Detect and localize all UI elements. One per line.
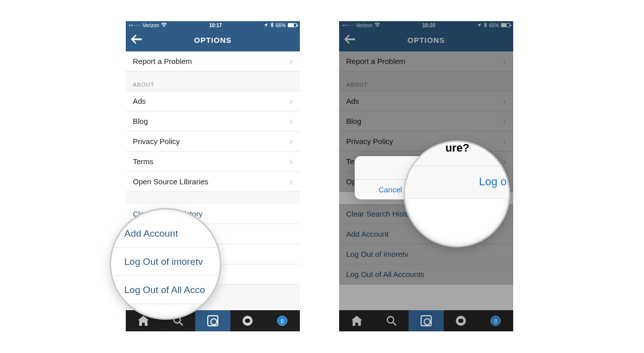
row-label: Open Source Libraries [133,177,208,186]
chevron-right-icon: › [289,156,293,167]
tab-activity[interactable] [230,310,265,331]
signal-dots-icon: ●●○○○ [129,24,140,27]
row-privacy[interactable]: Privacy Policy › [126,131,300,152]
tab-camera[interactable] [195,310,230,331]
link-logout-one[interactable]: Log Out of imoretv [339,244,513,264]
tab-profile[interactable]: ▯ [265,310,300,331]
chevron-right-icon: › [503,135,506,147]
row-privacy[interactable]: Privacy Policy › [339,131,513,152]
row-label: Ads [133,97,146,105]
tab-search[interactable] [374,310,409,331]
chevron-right-icon: › [289,55,293,67]
status-time: 10:20 [422,23,435,28]
svg-point-2 [387,317,394,323]
mag-row-logout-one: Log Out of imoretv [111,248,220,276]
chevron-right-icon: › [289,176,293,187]
link-logout-all[interactable]: Log Out of All Accounts [339,264,513,285]
chevron-right-icon: › [503,55,506,67]
link-label: Clear Search History [346,209,416,218]
row-label: Blog [346,117,361,125]
back-arrow-icon[interactable] [131,34,142,47]
tab-profile[interactable]: ▯ [478,310,513,331]
svg-line-3 [393,323,396,326]
bluetooth-icon [484,22,487,29]
callout-magnifier-right: ure? . Log out [404,140,510,247]
row-label: Report a Problem [133,57,192,65]
battery-icon [501,23,510,27]
battery-icon [288,23,297,27]
signal-dots-icon: ●●○○○ [342,24,354,27]
row-label: Report a Problem [346,57,406,65]
link-label: Log Out of All Accounts [346,270,424,278]
location-icon [264,23,268,28]
carrier-label: Verizon [356,23,372,28]
tab-camera[interactable] [409,310,443,331]
mag-row-logout-all: Log Out of All Acco [111,276,220,304]
nav-header: OPTIONS [339,29,513,51]
section-header-about: ABOUT [339,72,513,91]
row-blog[interactable]: Blog › [126,111,300,131]
row-report-problem[interactable]: Report a Problem › [339,51,513,72]
row-label: Blog [133,117,148,125]
status-bar: ●●○○○ Verizon 10:17 66% [126,21,300,29]
battery-pct: 66% [276,23,286,28]
wifi-icon [161,22,167,28]
tab-bar: ▯ [339,310,513,331]
chevron-right-icon: › [503,95,506,107]
link-label: Add Account [346,230,388,238]
status-bar: ●●○○○ Verizon 10:20 65% [339,21,513,29]
wifi-icon [374,22,380,28]
battery-pct: 65% [489,23,499,28]
page-title: OPTIONS [408,36,445,44]
row-report-problem[interactable]: Report a Problem › [126,51,300,72]
mag-row-add-account: Add Account [111,220,220,248]
row-label: Terms [133,157,153,166]
chevron-right-icon: › [503,115,506,127]
page-title: OPTIONS [194,36,232,44]
row-terms[interactable]: Terms › [126,152,300,172]
back-arrow-icon[interactable] [344,34,355,47]
chevron-right-icon: › [289,115,293,127]
chevron-right-icon: › [289,95,293,107]
chevron-right-icon: › [503,156,506,167]
bluetooth-icon [270,22,274,29]
row-blog[interactable]: Blog › [339,111,513,131]
carrier-label: Verizon [142,23,159,28]
section-header-about: ABOUT [126,72,300,91]
row-label: Ads [346,97,359,105]
chevron-right-icon: › [289,135,293,147]
row-label: Privacy Policy [133,137,180,146]
row-ads[interactable]: Ads › [339,91,513,111]
row-open-source[interactable]: Open Source Libraries › [126,172,300,192]
svg-line-1 [180,323,183,326]
status-time: 10:17 [209,23,222,28]
tab-home[interactable] [339,310,374,331]
row-ads[interactable]: Ads › [126,91,300,111]
nav-header: OPTIONS [126,29,300,51]
location-icon [477,23,481,28]
callout-magnifier-left: … Add Account Log Out of imoretv Log Out… [110,208,221,320]
link-label: Log Out of imoretv [346,250,408,258]
mag-alert-logout: Log out [458,166,511,198]
tab-activity[interactable] [444,310,478,331]
row-label: Privacy Policy [346,137,393,146]
